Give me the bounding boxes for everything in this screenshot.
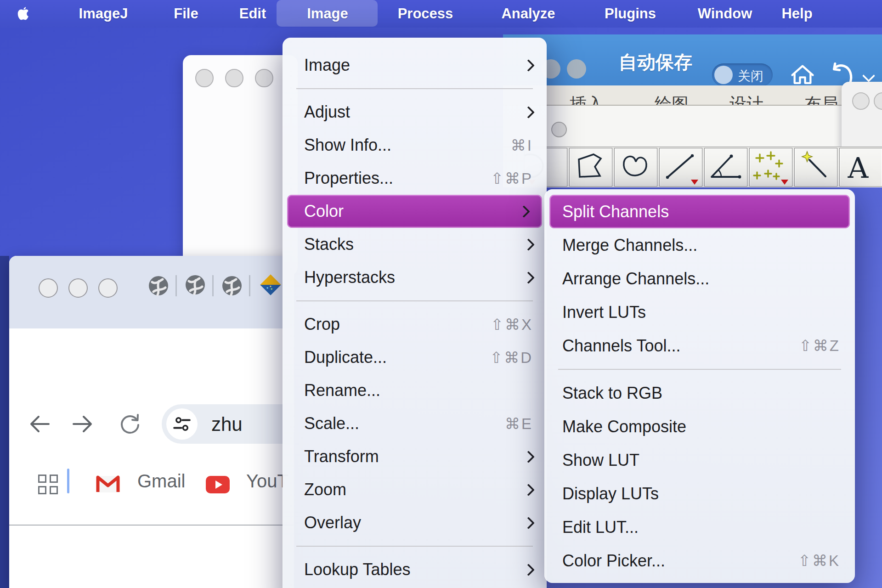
window-button[interactable]: [874, 92, 882, 110]
menu-item-crop[interactable]: Crop⇧⌘X: [283, 308, 547, 341]
window-button[interactable]: [567, 59, 586, 79]
window-button[interactable]: [195, 69, 214, 87]
freehand-tool-button[interactable]: [614, 148, 657, 187]
submenu-arrow-icon: [518, 205, 530, 218]
menu-item-scale[interactable]: Scale...⌘E: [283, 407, 547, 440]
gmail-icon[interactable]: [96, 475, 120, 494]
address-bar[interactable]: zhu: [162, 404, 294, 444]
youtube-icon[interactable]: [206, 476, 230, 493]
menu-item-label: Channels Tool...: [562, 336, 681, 356]
extension-icon[interactable]: [148, 275, 169, 296]
window-button[interactable]: [852, 92, 870, 110]
menu-item-lookup-tables[interactable]: Lookup Tables: [283, 553, 547, 586]
dropdown-marker: [691, 180, 698, 185]
menu-item-overlay[interactable]: Overlay: [283, 506, 547, 539]
window-button[interactable]: [225, 69, 243, 87]
menu-item-color-picker[interactable]: Color Picker...⇧⌘K: [544, 544, 855, 577]
autosave-label: 自动保存: [619, 50, 692, 75]
wps-tab-1[interactable]: 插入: [570, 93, 604, 106]
apple-icon[interactable]: [17, 6, 29, 21]
minimize-window-button[interactable]: [68, 278, 88, 298]
menu-item-duplicate[interactable]: Duplicate...⇧⌘D: [283, 341, 547, 374]
menubar-item-help[interactable]: Help: [781, 0, 812, 28]
menu-item-hyperstacks[interactable]: Hyperstacks: [283, 261, 547, 294]
polygon-tool-button[interactable]: [569, 148, 612, 187]
close-window-button[interactable]: [39, 278, 58, 298]
menu-item-stacks[interactable]: Stacks: [283, 228, 547, 261]
menu-item-shortcut: ⇧⌘P: [491, 170, 533, 187]
zoom-window-button[interactable]: [98, 278, 118, 298]
home-icon[interactable]: [791, 62, 814, 86]
menu-item-split-channels[interactable]: Split Channels: [549, 195, 850, 228]
text-tool-button[interactable]: A: [839, 148, 882, 187]
menu-item-label: Stack to RGB: [562, 384, 662, 403]
menu-item-color[interactable]: Color: [287, 195, 542, 228]
forward-icon[interactable]: [71, 413, 95, 435]
window-button[interactable]: [551, 122, 567, 137]
menu-item-label: Rename...: [304, 381, 380, 400]
color-submenu: Split ChannelsMerge Channels...Arrange C…: [544, 189, 855, 583]
menu-item-label: Crop: [304, 315, 340, 334]
menu-item-zoom[interactable]: Zoom: [283, 473, 547, 506]
menu-item-properties[interactable]: Properties...⇧⌘P: [283, 162, 547, 195]
reload-icon[interactable]: [119, 412, 141, 435]
line-tool-button[interactable]: [659, 148, 702, 187]
menu-item-merge-channels[interactable]: Merge Channels...: [544, 228, 855, 262]
back-icon[interactable]: [28, 413, 51, 435]
menubar-item-image[interactable]: Image: [307, 0, 348, 28]
menu-item-label: Arrange Channels...: [562, 269, 709, 288]
dropdown-marker: [781, 180, 788, 185]
menu-item-display-luts[interactable]: Display LUTs: [544, 477, 855, 510]
menu-item-image[interactable]: Image: [283, 49, 547, 82]
menu-item-channels-tool[interactable]: Channels Tool...⇧⌘Z: [544, 329, 855, 362]
menu-item-adjust[interactable]: Adjust: [283, 96, 547, 129]
menu-divider: [283, 539, 547, 553]
menubar-item-file[interactable]: File: [174, 0, 198, 28]
menu-item-show-lut[interactable]: Show LUT: [544, 443, 855, 477]
menubar-item-window[interactable]: Window: [698, 0, 752, 28]
chevron-down-icon[interactable]: [862, 69, 875, 82]
browser-window: zhu Gmail YouT: [9, 256, 294, 588]
submenu-arrow-icon: [522, 106, 535, 119]
menubar-item-process[interactable]: Process: [398, 0, 453, 28]
angle-tool-button[interactable]: [704, 148, 747, 187]
menu-item-label: Overlay: [304, 513, 361, 532]
menubar-item-imagej[interactable]: ImageJ: [79, 0, 128, 28]
menubar-item-plugins[interactable]: Plugins: [605, 0, 656, 28]
menu-item-make-composite[interactable]: Make Composite: [544, 410, 855, 443]
wps-tab-3[interactable]: 设计: [729, 93, 763, 106]
extension-icon[interactable]: [221, 275, 243, 296]
wps-tab-2[interactable]: 绘图: [655, 93, 689, 106]
submenu-arrow-icon: [522, 59, 535, 72]
extension-icon[interactable]: [185, 274, 206, 295]
menu-item-transform[interactable]: Transform: [283, 440, 547, 473]
menu-item-shortcut: ⇧⌘K: [798, 552, 840, 570]
wps-title-bar: 自动保存 关闭: [503, 34, 882, 87]
wps-tab-4[interactable]: 布局: [804, 93, 838, 106]
menu-item-invert-luts[interactable]: Invert LUTs: [544, 295, 855, 329]
menu-item-rename[interactable]: Rename...: [283, 374, 547, 407]
menu-item-label: Invert LUTs: [562, 303, 646, 322]
desktop-edge: [0, 256, 9, 588]
menu-item-edit-lut[interactable]: Edit LUT...: [544, 510, 855, 544]
menu-item-arrange-channels[interactable]: Arrange Channels...: [544, 262, 855, 295]
apps-grid-icon[interactable]: [38, 475, 58, 495]
wand-tool-button[interactable]: [794, 148, 837, 187]
menu-bar: ImageJFileEditImageProcessAnalyzePlugins…: [0, 0, 882, 28]
menu-item-shortcut: ⌘E: [505, 415, 533, 433]
menu-item-show-info[interactable]: Show Info...⌘I: [283, 129, 547, 162]
window-button[interactable]: [255, 69, 273, 87]
menubar-item-analyze[interactable]: Analyze: [501, 0, 555, 28]
tune-icon[interactable]: [166, 408, 198, 440]
menubar-item-edit[interactable]: Edit: [239, 0, 266, 28]
point-tool-button[interactable]: [749, 148, 792, 187]
favicon-diamond[interactable]: [259, 273, 282, 296]
menu-item-label: Color: [304, 202, 344, 221]
bookmark-gmail[interactable]: Gmail: [137, 471, 185, 492]
menu-item-stack-to-rgb[interactable]: Stack to RGB: [544, 376, 855, 410]
menu-item-label: Hyperstacks: [304, 268, 395, 287]
angle-icon: [712, 156, 740, 177]
autosave-toggle[interactable]: 关闭: [712, 63, 773, 86]
address-text[interactable]: zhu: [211, 413, 243, 435]
menu-divider: [283, 82, 547, 96]
